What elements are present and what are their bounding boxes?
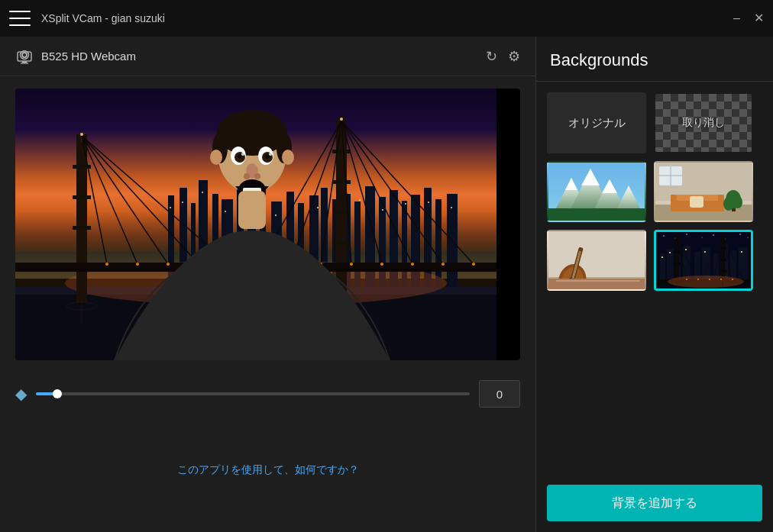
- svg-rect-134: [690, 196, 703, 208]
- svg-point-110: [254, 173, 260, 179]
- app-title: XSplit VCam - gian suzuki: [41, 12, 733, 24]
- svg-point-75: [136, 263, 139, 266]
- svg-line-69: [341, 121, 412, 264]
- svg-rect-56: [332, 180, 351, 184]
- refresh-button[interactable]: ↻: [486, 48, 497, 65]
- svg-point-195: [709, 279, 710, 280]
- svg-rect-167: [730, 250, 736, 282]
- mountain-svg: [548, 163, 646, 222]
- droplet-icon: ◆: [15, 385, 27, 403]
- svg-rect-42: [359, 199, 361, 201]
- bridge-svg: [15, 89, 496, 360]
- svg-rect-52: [73, 226, 91, 230]
- svg-point-196: [720, 279, 722, 280]
- svg-rect-3: [21, 63, 28, 64]
- svg-point-158: [747, 237, 748, 237]
- svg-point-104: [238, 154, 242, 159]
- svg-rect-40: [317, 207, 319, 208]
- svg-rect-128: [671, 195, 677, 211]
- svg-rect-33: [170, 207, 171, 208]
- svg-rect-181: [720, 270, 726, 272]
- bg-remove-button[interactable]: 取り消し: [654, 92, 753, 153]
- backgrounds-header: Backgrounds: [536, 37, 773, 82]
- backgrounds-title: Backgrounds: [550, 50, 648, 69]
- svg-point-83: [380, 263, 383, 266]
- svg-point-190: [668, 276, 744, 288]
- svg-point-157: [739, 234, 741, 235]
- svg-rect-44: [405, 203, 406, 205]
- svg-rect-35: [202, 192, 203, 193]
- svg-point-106: [241, 153, 244, 156]
- svg-rect-176: [674, 251, 681, 253]
- bg-original-button[interactable]: オリジナル: [547, 92, 646, 153]
- video-container: [15, 89, 520, 360]
- svg-point-155: [713, 234, 714, 236]
- window-controls: – ✕: [733, 12, 764, 24]
- svg-rect-160: [667, 249, 674, 282]
- svg-point-88: [340, 118, 343, 121]
- svg-rect-171: [685, 249, 687, 250]
- right-panel: Backgrounds オリジナル 取り消し: [536, 37, 773, 532]
- guitar-svg: [548, 231, 646, 291]
- opacity-slider[interactable]: [36, 392, 470, 395]
- svg-point-98: [210, 150, 222, 165]
- svg-point-107: [269, 153, 272, 156]
- svg-rect-55: [332, 150, 351, 153]
- svg-rect-170: [669, 252, 671, 253]
- svg-rect-31: [435, 199, 441, 287]
- svg-point-82: [350, 263, 353, 266]
- svg-rect-38: [275, 214, 277, 216]
- svg-rect-43: [382, 209, 383, 211]
- main-layout: B525 HD Webcam ↻ ⚙: [0, 37, 773, 532]
- remove-label: 取り消し: [682, 116, 725, 130]
- left-panel: B525 HD Webcam ↻ ⚙: [0, 37, 536, 532]
- settings-button[interactable]: ⚙: [508, 48, 520, 65]
- add-background-button[interactable]: 背景を追加する: [547, 485, 762, 521]
- svg-point-85: [441, 263, 445, 266]
- webcam-icon: [15, 47, 34, 66]
- svg-rect-46: [451, 207, 452, 208]
- close-button[interactable]: ✕: [754, 12, 764, 24]
- feedback-link[interactable]: このアプリを使用して、如何ですか？: [177, 463, 359, 477]
- webcam-name: B525 HD Webcam: [41, 50, 486, 63]
- background-grid: オリジナル 取り消し: [536, 82, 773, 474]
- minimize-button[interactable]: –: [733, 12, 740, 24]
- bg-city-button[interactable]: [654, 230, 753, 291]
- webcam-header: B525 HD Webcam ↻ ⚙: [0, 37, 535, 76]
- svg-point-74: [105, 263, 108, 266]
- svg-point-151: [663, 235, 665, 237]
- feedback-area: このアプリを使用して、如何ですか？: [0, 415, 535, 532]
- slider-thumb: [53, 389, 62, 398]
- svg-rect-51: [73, 195, 91, 199]
- svg-point-4: [23, 53, 26, 56]
- svg-rect-113: [238, 191, 266, 229]
- bg-row-3: [547, 230, 762, 291]
- svg-rect-172: [704, 251, 706, 253]
- svg-rect-58: [332, 241, 351, 245]
- bg-mountain-button[interactable]: [547, 161, 646, 222]
- bg-guitar-button[interactable]: [547, 230, 646, 291]
- svg-point-87: [80, 133, 83, 136]
- svg-point-84: [411, 263, 414, 266]
- titlebar: XSplit VCam - gian suzuki – ✕: [0, 0, 773, 37]
- svg-rect-36: [225, 211, 226, 212]
- menu-icon[interactable]: [9, 11, 31, 26]
- video-preview: [15, 89, 496, 360]
- svg-rect-180: [720, 259, 726, 261]
- svg-point-99: [282, 150, 294, 165]
- svg-point-193: [686, 279, 687, 280]
- bg-living-button[interactable]: [654, 161, 753, 222]
- svg-rect-149: [556, 280, 640, 282]
- svg-rect-169: [661, 256, 663, 258]
- svg-point-194: [697, 279, 699, 280]
- svg-rect-48: [76, 134, 87, 302]
- svg-point-109: [244, 173, 250, 179]
- living-room-svg: [655, 163, 753, 222]
- svg-point-86: [472, 263, 475, 266]
- slider-area: ◆ 0: [0, 372, 535, 415]
- svg-rect-45: [428, 202, 429, 203]
- svg-rect-168: [739, 247, 748, 282]
- bg-row-2: [547, 161, 762, 222]
- svg-point-105: [265, 154, 270, 159]
- svg-rect-174: [741, 251, 742, 253]
